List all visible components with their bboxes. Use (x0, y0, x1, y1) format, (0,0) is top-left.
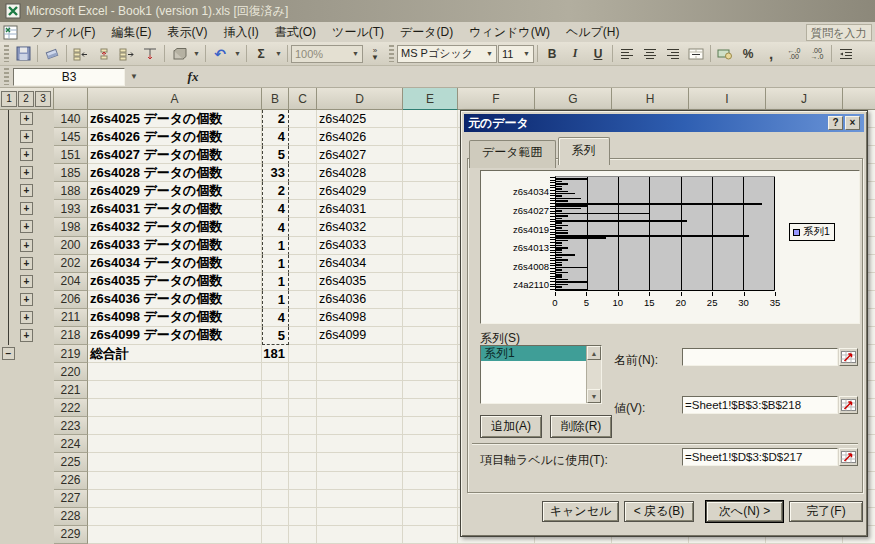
cell-b226[interactable] (262, 472, 289, 490)
cell-e204[interactable] (403, 273, 458, 291)
back-button[interactable]: < 戻る(B) (624, 501, 694, 522)
row-header[interactable]: 198 (54, 218, 88, 236)
cell-a200[interactable]: z6s4033 データの個数 (88, 237, 262, 255)
decrease-indent-button[interactable] (835, 44, 857, 64)
row-header[interactable]: 229 (54, 526, 88, 544)
dropdown-icon[interactable]: ▼ (191, 44, 202, 64)
align-center-button[interactable] (639, 44, 661, 64)
cell-c185[interactable] (289, 164, 317, 182)
category-axis-labels-input[interactable] (682, 448, 838, 466)
row-header[interactable]: 202 (54, 255, 88, 273)
cell-a188[interactable]: z6s4029 データの個数 (88, 182, 262, 200)
cell-c211[interactable] (289, 309, 317, 327)
cell-a193[interactable]: z6s4031 データの個数 (88, 200, 262, 218)
cell-b229[interactable] (262, 526, 289, 544)
cell-e206[interactable] (403, 291, 458, 309)
column-header-k[interactable]: K (843, 88, 875, 110)
row-header[interactable]: 151 (54, 146, 88, 164)
series-name-input[interactable] (682, 348, 838, 366)
cell-e188[interactable] (403, 182, 458, 200)
cell-c200[interactable] (289, 237, 317, 255)
expand-outline-button[interactable]: + (20, 202, 33, 215)
cell-b193[interactable]: 4 (262, 200, 289, 218)
outline-level-3-button[interactable]: 3 (35, 91, 51, 107)
expand-outline-button[interactable]: + (20, 166, 33, 179)
cell-d228[interactable] (317, 508, 403, 526)
toolbar-options-button[interactable]: »▼ (364, 44, 386, 64)
menu-item[interactable]: ツール(T) (324, 22, 392, 43)
menu-item[interactable]: 表示(V) (159, 22, 215, 43)
cell-d221[interactable] (317, 381, 403, 399)
delete-series-button[interactable]: 削除(R) (550, 415, 612, 438)
category-range-select-button[interactable] (839, 448, 858, 466)
cell-a206[interactable]: z6s4036 データの個数 (88, 291, 262, 309)
increase-decimal-button[interactable]: ←.0.00 (783, 44, 805, 64)
cell-d193[interactable]: z6s4031 (317, 200, 403, 218)
scroll-up-icon[interactable]: ▲ (587, 346, 601, 360)
cell-e193[interactable] (403, 200, 458, 218)
row-header[interactable]: 188 (54, 182, 88, 200)
menu-item[interactable]: ファイル(F) (23, 22, 103, 43)
dropdown-icon[interactable]: ▼ (232, 44, 243, 64)
cell-a211[interactable]: z6s4098 データの個数 (88, 309, 262, 327)
cell-c228[interactable] (289, 508, 317, 526)
cell-a229[interactable] (88, 526, 262, 544)
next-button[interactable]: 次へ(N) > (706, 501, 783, 522)
cell-d227[interactable] (317, 490, 403, 508)
expand-outline-button[interactable]: + (20, 275, 33, 288)
cell-d204[interactable]: z6s4035 (317, 273, 403, 291)
merge-center-button[interactable] (685, 44, 707, 64)
ask-a-question-box[interactable]: 質問を入力 (806, 24, 872, 41)
cell-a221[interactable] (88, 381, 262, 399)
align-left-button[interactable] (616, 44, 638, 64)
row-header[interactable]: 145 (54, 128, 88, 146)
menu-item[interactable]: ウィンドウ(W) (461, 22, 558, 43)
dialog-titlebar[interactable]: 元のデータ ? × (464, 114, 864, 132)
cell-c229[interactable] (289, 526, 317, 544)
series-values-input[interactable] (682, 396, 838, 414)
tab-series[interactable]: 系列 (558, 137, 610, 165)
decrease-decimal-button[interactable]: .00→.0 (806, 44, 828, 64)
save-button[interactable] (12, 44, 34, 64)
cell-d218[interactable]: z6s4099 (317, 327, 403, 345)
cell-d188[interactable]: z6s4029 (317, 182, 403, 200)
cell-b211[interactable]: 4 (262, 309, 289, 327)
cell-b220[interactable] (262, 363, 289, 381)
cell-d219[interactable] (317, 345, 403, 363)
cell-d220[interactable] (317, 363, 403, 381)
cell-c198[interactable] (289, 218, 317, 236)
row-header[interactable]: 204 (54, 273, 88, 291)
cell-b225[interactable] (262, 453, 289, 471)
row-header[interactable]: 225 (54, 453, 88, 471)
add-series-button[interactable]: 追加(A) (480, 415, 542, 438)
row-header[interactable]: 211 (54, 309, 88, 327)
cell-e218[interactable] (403, 327, 458, 345)
outline-level-1-button[interactable]: 1 (1, 91, 17, 107)
undo-button[interactable]: ↶ (209, 44, 231, 64)
row-header[interactable]: 219 (54, 345, 88, 363)
scroll-down-icon[interactable]: ▼ (587, 389, 601, 403)
row-header[interactable]: 223 (54, 417, 88, 435)
cell-d200[interactable]: z6s4033 (317, 237, 403, 255)
expand-outline-button[interactable]: + (20, 130, 33, 143)
column-header-f[interactable]: F (458, 88, 535, 110)
insert-function-button[interactable]: fx (181, 68, 205, 86)
cell-d151[interactable]: z6s4027 (317, 146, 403, 164)
expand-outline-button[interactable]: + (20, 293, 33, 306)
row-header[interactable]: 220 (54, 363, 88, 381)
cell-e222[interactable] (403, 399, 458, 417)
column-header-i[interactable]: I (689, 88, 766, 110)
cell-c219[interactable] (289, 345, 317, 363)
cell-e140[interactable] (403, 110, 458, 128)
row-header[interactable]: 221 (54, 381, 88, 399)
cell-c140[interactable] (289, 110, 317, 128)
column-header-d[interactable]: D (317, 88, 403, 110)
cell-c221[interactable] (289, 381, 317, 399)
cell-b145[interactable]: 4 (262, 128, 289, 146)
cell-a198[interactable]: z6s4032 データの個数 (88, 218, 262, 236)
column-header-j[interactable]: J (766, 88, 843, 110)
autosum-button[interactable]: Σ (250, 44, 272, 64)
font-name-combo[interactable]: MS Pゴシック▼ (397, 45, 497, 63)
underline-button[interactable]: U (587, 44, 609, 64)
cell-d206[interactable]: z6s4036 (317, 291, 403, 309)
